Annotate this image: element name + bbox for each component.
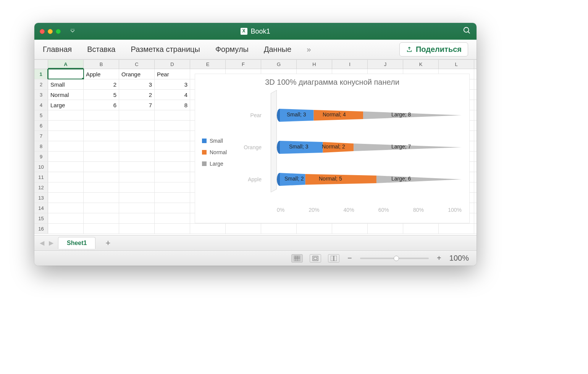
ribbon-more-icon[interactable]: »	[307, 45, 311, 54]
cell[interactable]	[48, 162, 84, 172]
cell[interactable]	[155, 110, 190, 120]
cell[interactable]	[155, 131, 190, 141]
cell[interactable]	[84, 182, 119, 192]
row-header[interactable]: 6	[34, 121, 48, 131]
cell[interactable]	[332, 224, 368, 234]
cell[interactable]	[155, 203, 190, 213]
cell[interactable]	[119, 162, 155, 172]
share-button[interactable]: Поделиться	[399, 42, 468, 56]
column-header[interactable]: G	[261, 60, 297, 69]
cell[interactable]	[84, 172, 119, 182]
zoom-slider-thumb[interactable]	[394, 256, 399, 261]
row-header[interactable]: 11	[34, 172, 48, 182]
cell[interactable]	[119, 182, 155, 192]
cell[interactable]: Small	[48, 79, 84, 89]
cell[interactable]	[119, 152, 155, 161]
row-header[interactable]: 14	[34, 203, 48, 213]
column-header[interactable]: H	[297, 60, 332, 69]
cell[interactable]: 7	[119, 100, 155, 110]
minimize-button[interactable]	[48, 29, 53, 34]
cell[interactable]	[48, 203, 84, 213]
ribbon-tab-home[interactable]: Главная	[43, 44, 72, 55]
cell[interactable]	[261, 224, 297, 234]
view-page-layout-button[interactable]	[310, 254, 321, 263]
cell[interactable]	[190, 224, 226, 234]
cell[interactable]	[155, 152, 190, 161]
cell[interactable]	[155, 193, 190, 203]
cell[interactable]: 2	[84, 79, 119, 89]
zoom-percentage[interactable]: 100%	[449, 254, 469, 263]
view-normal-button[interactable]	[291, 254, 303, 263]
column-header[interactable]: L	[439, 60, 474, 69]
cell[interactable]	[119, 141, 155, 151]
row-header[interactable]: 12	[34, 182, 48, 192]
cell[interactable]	[368, 224, 403, 234]
column-header[interactable]: K	[403, 60, 439, 69]
column-header[interactable]: E	[190, 60, 226, 69]
quick-access-indicator[interactable]	[70, 29, 75, 34]
cell[interactable]	[119, 213, 155, 223]
cell[interactable]: 6	[84, 100, 119, 110]
row-header[interactable]: 13	[34, 193, 48, 203]
row-header[interactable]: 3	[34, 90, 48, 100]
zoom-slider[interactable]	[360, 258, 429, 259]
cell[interactable]	[119, 131, 155, 141]
cell[interactable]	[84, 193, 119, 203]
cell[interactable]	[155, 213, 190, 223]
select-all-corner[interactable]	[34, 60, 48, 69]
cell[interactable]	[155, 162, 190, 172]
row-header[interactable]: 10	[34, 162, 48, 172]
cell[interactable]	[48, 193, 84, 203]
cell[interactable]	[48, 141, 84, 151]
cell[interactable]	[84, 162, 119, 172]
cell[interactable]	[119, 110, 155, 120]
row-header[interactable]: 15	[34, 213, 48, 223]
column-header[interactable]: B	[84, 60, 119, 69]
row-header[interactable]: 5	[34, 110, 48, 120]
cell[interactable]	[119, 203, 155, 213]
cell[interactable]	[297, 224, 332, 234]
cell[interactable]	[119, 121, 155, 131]
cell[interactable]	[48, 110, 84, 120]
search-icon[interactable]	[463, 26, 471, 36]
row-header[interactable]: 2	[34, 79, 48, 89]
cell[interactable]	[119, 193, 155, 203]
cell[interactable]: 3	[155, 79, 190, 89]
cell[interactable]	[84, 110, 119, 120]
cell[interactable]: 3	[119, 79, 155, 89]
row-header[interactable]: 9	[34, 152, 48, 161]
cell[interactable]	[439, 224, 474, 234]
ribbon-tab-page-layout[interactable]: Разметка страницы	[131, 44, 200, 55]
cell[interactable]	[84, 203, 119, 213]
cell[interactable]	[84, 131, 119, 141]
column-header[interactable]: D	[155, 60, 190, 69]
cell[interactable]	[403, 224, 439, 234]
cell[interactable]	[84, 213, 119, 223]
row-header[interactable]: 16	[34, 224, 48, 234]
close-button[interactable]	[40, 29, 45, 34]
cell[interactable]	[48, 121, 84, 131]
sheet-nav-prev-icon[interactable]: ◀	[40, 239, 44, 247]
sheet-tab-active[interactable]: Sheet1	[58, 237, 95, 249]
cell[interactable]: 2	[119, 90, 155, 100]
cell[interactable]	[155, 121, 190, 131]
add-sheet-button[interactable]: +	[100, 238, 116, 248]
cell-A1[interactable]	[48, 69, 84, 79]
cell[interactable]	[84, 121, 119, 131]
ribbon-tab-data[interactable]: Данные	[264, 44, 291, 55]
cell[interactable]	[155, 224, 190, 234]
cell[interactable]	[84, 152, 119, 161]
column-header[interactable]: A	[48, 60, 84, 69]
cell[interactable]	[226, 224, 261, 234]
cell[interactable]	[119, 224, 155, 234]
cell[interactable]	[48, 152, 84, 161]
cell[interactable]	[155, 182, 190, 192]
cell[interactable]: Pear	[155, 69, 190, 79]
cell[interactable]	[48, 172, 84, 182]
row-header[interactable]: 8	[34, 141, 48, 151]
cell[interactable]	[84, 224, 119, 234]
cell[interactable]: 4	[155, 90, 190, 100]
column-header[interactable]: I	[332, 60, 368, 69]
sheet-nav-next-icon[interactable]: ▶	[49, 239, 53, 247]
cell[interactable]	[48, 182, 84, 192]
